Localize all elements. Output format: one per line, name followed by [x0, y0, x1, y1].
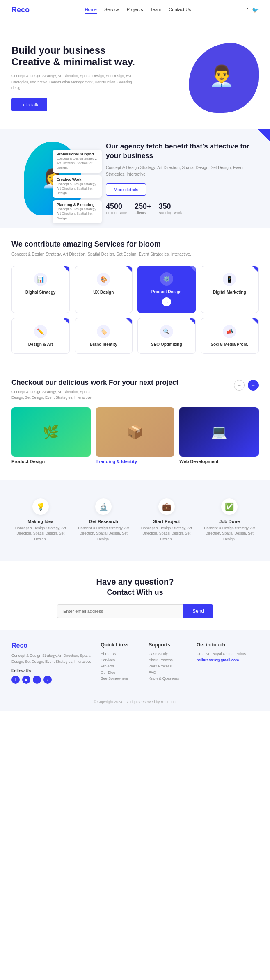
service-label: SEO Optimizing: [142, 342, 191, 347]
nav-contact[interactable]: Contact Us: [169, 7, 191, 14]
ux-design-icon: 🎨: [97, 273, 110, 286]
footer-link-somewhere[interactable]: See Somewhere: [101, 676, 142, 681]
email-form: Send: [57, 604, 213, 618]
digital-strategy-icon: 📊: [34, 273, 47, 286]
making-idea-icon: 💡: [32, 498, 49, 515]
nav-projects[interactable]: Projects: [127, 7, 143, 14]
footer-description: Concept & Design Strategy, Art Direction…: [11, 653, 94, 665]
lets-talk-button[interactable]: Let's talk: [11, 98, 47, 111]
service-seo[interactable]: 🔍 SEO Optimizing: [137, 318, 196, 354]
footer-link-services[interactable]: Services: [101, 658, 142, 662]
portfolio-header: Checkout our delicious work For your nex…: [11, 378, 259, 401]
card-desc: Concept & Design Strategy, Art Direction…: [57, 182, 98, 196]
brand-identity-icon: 🏷️: [97, 325, 110, 338]
footer-link-projects[interactable]: Projects: [101, 664, 142, 668]
service-arrow: →: [162, 297, 171, 306]
footer-quick-links-title: Quick Links: [101, 642, 142, 648]
footer-support-questions[interactable]: Know & Questions: [149, 676, 190, 681]
process-job-done: ✅ Job Done Concept & Design Strategy, Ar…: [201, 492, 259, 549]
portfolio-header-left: Checkout our delicious work For your nex…: [11, 378, 178, 401]
more-details-button[interactable]: More details: [106, 183, 146, 196]
portfolio-item-3[interactable]: 💻 Web Development: [179, 407, 259, 464]
social-media-icon: 📣: [223, 325, 236, 338]
footer-support-case[interactable]: Case Study: [149, 652, 190, 656]
card-title: Creative Work: [57, 178, 98, 182]
footer-linkedin-icon[interactable]: in: [33, 676, 41, 684]
footer-supports-list: Case Study About Process Work Process FA…: [149, 652, 190, 681]
nav-team[interactable]: Team: [150, 7, 161, 14]
card-title: Planning & Executing: [57, 203, 98, 207]
card-desc: Concept & Design Strategy, Art Direction…: [57, 156, 98, 170]
service-label: Design & Art: [16, 342, 65, 347]
agency-left: 👩‍💼 Professional Support Concept & Desig…: [11, 142, 94, 215]
service-corner-accent: [252, 266, 258, 272]
portfolio-item-label: Web Development: [179, 459, 259, 464]
service-digital-strategy[interactable]: 📊 Digital Strategy: [11, 266, 70, 313]
email-input[interactable]: [57, 604, 183, 618]
agency-desc: Concept & Design Strategy, Art Direction…: [106, 164, 259, 178]
footer-supports: Supports Case Study About Process Work P…: [149, 642, 190, 684]
footer-support-process[interactable]: About Process: [149, 658, 190, 662]
nav-social-icons: f 🐦: [246, 7, 259, 13]
hero-title: Build your business Creative & minimalis…: [11, 45, 140, 69]
send-button[interactable]: Send: [183, 604, 213, 618]
service-label: Digital Strategy: [16, 290, 65, 295]
process-title: Job Done: [203, 519, 256, 524]
process-desc: Concept & Design Strategy, Art Direction…: [203, 525, 256, 542]
footer-support-work[interactable]: Work Process: [149, 664, 190, 668]
services-title: We contribute amazing Services for bloom: [11, 240, 259, 249]
process-start-project: 💼 Start Project Concept & Design Strateg…: [137, 492, 196, 549]
process-title: Get Research: [77, 519, 130, 524]
stat-projects: 4500 Project Done: [106, 202, 127, 215]
service-label: Digital Marketing: [205, 290, 254, 295]
portfolio-item-1[interactable]: 🌿 Product Design: [11, 407, 91, 464]
card-desc: Concept & Design Strategy, Art Direction…: [57, 207, 98, 221]
portfolio-grid: 🌿 Product Design 📦 Branding & Identity 💻…: [11, 407, 259, 464]
start-project-icon: 💼: [158, 498, 175, 515]
footer-tiktok-icon[interactable]: ♪: [43, 676, 52, 684]
footer-youtube-icon[interactable]: ▶: [22, 676, 30, 684]
service-design-art[interactable]: ✏️ Design & Art: [11, 318, 70, 354]
stat-number: 4500: [106, 202, 127, 211]
footer-brand: Reco Concept & Design Strategy, Art Dire…: [11, 642, 94, 684]
nav-service[interactable]: Service: [104, 7, 119, 14]
twitter-icon[interactable]: 🐦: [252, 7, 259, 13]
stat-number: 350: [159, 202, 182, 211]
footer-link-about[interactable]: About Us: [101, 652, 142, 656]
card-professional: Professional Support Concept & Design St…: [53, 150, 102, 173]
service-label: Product Design: [142, 290, 192, 294]
service-digital-marketing[interactable]: 📱 Digital Marketing: [201, 266, 259, 313]
stats-row: 4500 Project Done 250+ Clients 350 Runni…: [106, 202, 259, 215]
hero-person-placeholder: 👨‍💼: [189, 35, 254, 117]
footer-facebook-icon[interactable]: f: [11, 676, 20, 684]
service-corner-accent: [126, 266, 132, 272]
portfolio-desc: Concept & Design Strategy, Art Direction…: [11, 389, 102, 401]
services-desc: Concept & Design Strategy, Art Direction…: [11, 251, 259, 258]
portfolio-prev-button[interactable]: ←: [234, 380, 245, 391]
corner-accent: [258, 129, 270, 142]
nav-home[interactable]: Home: [85, 7, 97, 14]
service-brand-identity[interactable]: 🏷️ Brand Identity: [75, 318, 133, 354]
portfolio-item-2[interactable]: 📦 Branding & Identity: [96, 407, 175, 464]
service-social-media[interactable]: 📣 Social Media Prom.: [201, 318, 259, 354]
navbar: Reco Home Service Projects Team Contact …: [0, 0, 270, 20]
portfolio-next-button[interactable]: →: [248, 380, 259, 391]
seo-icon: 🔍: [160, 325, 173, 338]
stat-clients: 250+ Clients: [135, 202, 151, 215]
facebook-icon[interactable]: f: [246, 7, 248, 13]
stat-label: Running Work: [159, 211, 182, 215]
agency-title: Our agency fetch benefit that's affectiv…: [106, 142, 259, 160]
footer-support-faq[interactable]: FAQ: [149, 670, 190, 674]
contact-section: Have any question? Contact With us Send: [0, 561, 270, 630]
nav-logo[interactable]: Reco: [11, 6, 30, 14]
portfolio-item-label: Product Design: [11, 459, 91, 464]
follow-us-label: Follow Us: [11, 669, 94, 673]
service-product-design[interactable]: ⚙️ Product Design →: [137, 266, 196, 313]
card-title: Professional Support: [57, 152, 98, 156]
service-ux-design[interactable]: 🎨 UX Design: [75, 266, 133, 313]
process-desc: Concept & Design Strategy, Art Direction…: [140, 525, 193, 542]
portfolio-item-label: Branding & Identity: [96, 459, 175, 464]
portfolio-thumb-2: 📦: [96, 407, 175, 457]
footer-link-blog[interactable]: Our Blog: [101, 670, 142, 674]
footer-email[interactable]: hellureco12@gmail.com: [197, 658, 259, 662]
